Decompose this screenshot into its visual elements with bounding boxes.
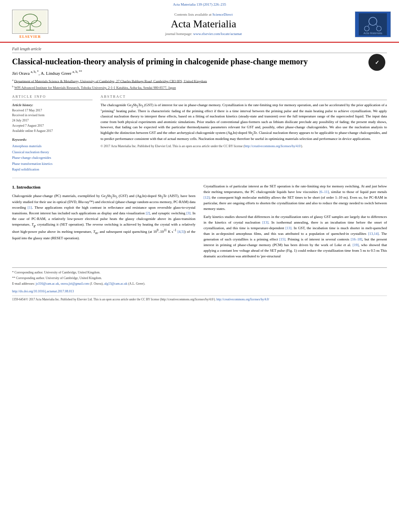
intro-para-2: Crystallization is of particular interes… — [204, 184, 387, 212]
article-type: Full length article — [12, 47, 387, 53]
cc-license-link[interactable]: http://creativecommons.org/licenses/by/4… — [245, 144, 301, 148]
article-info-content: Article history: Received 17 May 2017 Re… — [12, 103, 93, 173]
crossmark[interactable]: ✓ — [367, 52, 387, 72]
footer-bottom: 1359-6454/© 2017 Acta Materialia Inc. Pu… — [12, 296, 387, 301]
date-online: Available online 8 August 2017 — [12, 129, 93, 134]
sciencedirect-link[interactable]: ScienceDirect — [212, 12, 232, 16]
author-1: Jiri Orava a, b, * — [12, 71, 39, 76]
footnotes-section: * Corresponding author. University of Ca… — [12, 267, 387, 286]
journal-volume: Acta Materialia 139 (2017) 226–235 — [173, 2, 226, 6]
date-revised-label: Received in revised form — [12, 113, 93, 118]
article-content: Full length article ✓ Classical-nucleati… — [0, 43, 399, 309]
keyword-1: Amorphous materials — [12, 143, 93, 149]
abstract-column: ABSTRACT The chalcogenide Ge2Sb2Te5 (GST… — [101, 94, 387, 173]
footer-text: 1359-6454/© 2017 Acta Materialia Inc. Pu… — [12, 298, 216, 301]
doi-link[interactable]: http://dx.doi.org/10.1016/j.actamat.2017… — [12, 290, 74, 293]
article-info-abstract: ARTICLE INFO Article history: Received 1… — [12, 94, 387, 173]
date-accepted: Accepted 7 August 2017 — [12, 123, 93, 129]
section1-title: 1. Introduction — [12, 184, 195, 191]
keyword-4: Phase transformation kinetics — [12, 161, 93, 166]
ref-1[interactable]: [1] — [28, 205, 32, 210]
footer-license-link[interactable]: http://creativecommons.org/licenses/by/4… — [216, 298, 269, 301]
svg-text:✓: ✓ — [375, 60, 379, 66]
email-link[interactable]: jo316@cam.ac.uk — [36, 282, 59, 286]
crossmark-icon: ✓ — [368, 54, 385, 71]
ref-15[interactable]: [15] — [280, 237, 286, 241]
history-label: Article history: — [12, 103, 93, 108]
body-right-col: Crystallization is of particular interes… — [204, 184, 387, 261]
keyword-5: Rapid solidification — [12, 166, 93, 172]
ref-13[interactable]: [13] — [262, 220, 268, 224]
author-2: A. Lindsay Greer a, b, ** — [41, 71, 82, 76]
elsevier-text: ELSEVIER — [19, 35, 41, 39]
keyword-3: Phase-change chalcogenides — [12, 155, 93, 160]
ref-13-14[interactable]: [13,14] — [368, 232, 378, 236]
keyword-2: Classical nucleation theory — [12, 149, 93, 155]
title-section: ✓ Classical-nucleation-theory analysis o… — [12, 56, 387, 67]
ref-2[interactable]: [2] — [146, 211, 150, 215]
section-separator — [12, 178, 387, 178]
abstract-text: The chalcogenide Ge2Sb2Te5 (GST) is of i… — [101, 103, 387, 142]
article-title: Classical-nucleation-theory analysis of … — [12, 56, 334, 67]
contents-line: Contents lists available at ScienceDirec… — [60, 12, 347, 16]
journal-center: Contents lists available at ScienceDirec… — [52, 12, 355, 36]
elsevier-logo-image — [12, 10, 48, 34]
ref-45[interactable]: [4,5] — [177, 230, 184, 234]
affiliation-a: a Department of Materials Science & Meta… — [12, 78, 387, 84]
contents-text: Contents lists available at — [175, 12, 212, 16]
journal-banner: ELSEVIER Contents lists available at Sci… — [8, 8, 391, 40]
footnote-emails: E-mail addresses: jo316@cam.ac.uk, orava… — [12, 281, 387, 286]
email-link-3[interactable]: alg13@cam.ac.uk — [104, 282, 128, 286]
homepage-line: journal homepage: www.elsevier.com/locat… — [60, 32, 347, 36]
article-info-header: ARTICLE INFO — [12, 94, 93, 100]
ref-3[interactable]: [3] — [186, 211, 191, 215]
authors-line: Jiri Orava a, b, *, A. Lindsay Greer a, … — [12, 70, 387, 76]
journal-logo-right: Acta Materialia — [355, 11, 391, 37]
ref-6-11[interactable]: [6–11] — [319, 190, 329, 194]
footnote-1: * Corresponding author. University of Ca… — [12, 270, 387, 275]
ref-12[interactable]: [12] — [204, 195, 210, 199]
email-label: E-mail addresses: — [12, 282, 35, 286]
email-link-2[interactable]: orava.jiri@gmail.com — [61, 282, 89, 286]
info-dates: Received 17 May 2017 Received in revised… — [12, 108, 93, 134]
date-revised: 24 July 2017 — [12, 118, 93, 123]
body-left-col: 1. Introduction Chalcogenide phase-chang… — [12, 184, 195, 261]
ref-19[interactable]: [19] — [353, 243, 359, 247]
ref-16-18[interactable]: [16–18] — [351, 237, 362, 241]
affiliation-b: b WPI Advanced Institute for Materials R… — [12, 84, 387, 90]
abstract-header: ABSTRACT — [101, 94, 387, 100]
doi-line: http://dx.doi.org/10.1016/j.actamat.2017… — [12, 290, 387, 293]
page-wrapper: Acta Materialia 139 (2017) 226–235 ELSEV… — [0, 0, 399, 309]
affiliations: a Department of Materials Science & Meta… — [12, 78, 387, 90]
journal-title: Acta Materialia — [60, 18, 347, 30]
svg-text:Acta Materialia: Acta Materialia — [364, 32, 382, 35]
journal-header: Acta Materialia 139 (2017) 226–235 ELSEV… — [0, 0, 399, 43]
date-received: Received 17 May 2017 — [12, 108, 93, 113]
homepage-text: journal homepage: — [165, 32, 192, 36]
homepage-link[interactable]: www.elsevier.com/locate/actamat — [193, 32, 242, 36]
ref-13b[interactable]: [13] — [286, 226, 292, 230]
body-section: 1. Introduction Chalcogenide phase-chang… — [12, 184, 387, 261]
elsevier-logo: ELSEVIER — [8, 10, 52, 39]
intro-para-1: Chalcogenide phase-change (PC) materials… — [12, 193, 195, 241]
copyright-line: © 2017 Acta Materialia Inc. Published by… — [101, 144, 387, 149]
keywords-header: Keywords: — [12, 137, 93, 142]
intro-para-3: Early kinetics studies showed that diffe… — [204, 214, 387, 259]
article-info-column: ARTICLE INFO Article history: Received 1… — [12, 94, 93, 173]
footnote-2: ** Corresponding author. University of C… — [12, 276, 387, 281]
